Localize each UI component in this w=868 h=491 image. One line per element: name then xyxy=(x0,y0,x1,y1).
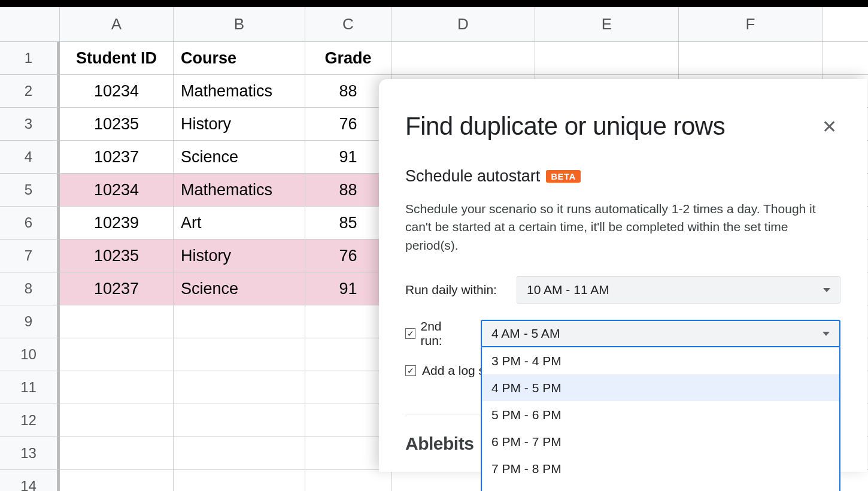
column-header-C[interactable]: C xyxy=(305,7,391,41)
cell-course[interactable]: Mathematics xyxy=(174,75,305,107)
dropdown-option[interactable]: 3 PM - 4 PM xyxy=(482,347,839,374)
row-header-9[interactable]: 9 xyxy=(0,305,60,338)
cell-empty[interactable] xyxy=(391,42,535,74)
row-header-11[interactable]: 11 xyxy=(0,371,60,404)
cell-student-id[interactable] xyxy=(60,371,174,404)
chevron-down-icon xyxy=(823,288,830,292)
row-header-12[interactable]: 12 xyxy=(0,404,60,437)
column-header-E[interactable]: E xyxy=(535,7,679,41)
cell-course[interactable]: History xyxy=(174,240,305,272)
second-run-checkbox[interactable]: ✓ xyxy=(405,328,415,339)
cell-student-id[interactable] xyxy=(60,470,174,491)
cell-course[interactable]: Science xyxy=(174,141,305,173)
second-run-dropdown: 3 PM - 4 PM4 PM - 5 PM5 PM - 6 PM6 PM - … xyxy=(481,347,840,491)
cell-course[interactable] xyxy=(174,470,305,491)
cell-student-id[interactable]: 10234 xyxy=(60,174,174,206)
chevron-down-icon xyxy=(823,332,830,336)
second-run-label: 2nd run: xyxy=(420,319,465,348)
cell-student-id[interactable] xyxy=(60,437,174,469)
column-header-B[interactable]: B xyxy=(174,7,305,41)
run-daily-value: 10 AM - 11 AM xyxy=(527,283,609,297)
cell-course[interactable] xyxy=(174,437,305,469)
panel-description: Schedule your scenario so it runs automa… xyxy=(405,200,840,254)
panel-subtitle: Schedule autostart xyxy=(405,167,540,186)
select-all-corner[interactable] xyxy=(0,7,60,41)
cell-grade[interactable] xyxy=(305,470,391,491)
row-header-6[interactable]: 6 xyxy=(0,207,60,239)
row-header-1[interactable]: 1 xyxy=(0,42,60,74)
cell-student-id[interactable]: 10237 xyxy=(60,272,174,305)
cell-course[interactable]: Art xyxy=(174,207,305,239)
cell-empty[interactable] xyxy=(535,42,679,74)
cell-course[interactable]: History xyxy=(174,108,305,140)
cell-student-id[interactable]: 10239 xyxy=(60,207,174,239)
cell-student-id[interactable] xyxy=(60,305,174,338)
ablebits-logo: Ablebits xyxy=(405,434,488,454)
cell-student-id[interactable]: 10235 xyxy=(60,108,174,140)
second-run-select[interactable]: 4 AM - 5 AM xyxy=(481,320,840,347)
cell-course[interactable] xyxy=(174,338,305,371)
window-top-bar xyxy=(0,0,868,7)
cell-student-id[interactable] xyxy=(60,404,174,437)
row-header-13[interactable]: 13 xyxy=(0,437,60,469)
cell-course[interactable] xyxy=(174,404,305,437)
table-header-row: 1 Student ID Course Grade xyxy=(0,42,868,75)
row-header-8[interactable]: 8 xyxy=(0,272,60,305)
cell-empty[interactable] xyxy=(679,42,823,74)
log-sheet-checkbox[interactable]: ✓ xyxy=(405,365,416,376)
row-header-5[interactable]: 5 xyxy=(0,174,60,206)
dropdown-option[interactable]: 7 PM - 8 PM xyxy=(482,455,839,482)
column-header-row: A B C D E F xyxy=(0,7,868,42)
second-run-value: 4 AM - 5 AM xyxy=(491,326,560,341)
column-header-D[interactable]: D xyxy=(391,7,535,41)
cell-student-id[interactable]: 10237 xyxy=(60,141,174,173)
cell-course[interactable] xyxy=(174,371,305,404)
panel-title: Find duplicate or unique rows xyxy=(405,112,725,141)
column-header-A[interactable]: A xyxy=(60,7,174,41)
dropdown-option[interactable]: 5 PM - 6 PM xyxy=(482,401,839,428)
row-header-4[interactable]: 4 xyxy=(0,141,60,173)
column-header-F[interactable]: F xyxy=(679,7,823,41)
row-header-2[interactable]: 2 xyxy=(0,75,60,107)
cell-student-id[interactable]: 10235 xyxy=(60,240,174,272)
header-grade[interactable]: Grade xyxy=(305,42,391,74)
run-daily-select[interactable]: 10 AM - 11 AM xyxy=(517,276,840,304)
dropdown-option[interactable]: 6 PM - 7 PM xyxy=(482,428,839,455)
row-header-7[interactable]: 7 xyxy=(0,240,60,272)
second-run-label-wrap: ✓ 2nd run: xyxy=(405,319,465,348)
dropdown-option[interactable]: 8 PM - 9 PM xyxy=(482,482,839,491)
run-daily-label: Run daily within: xyxy=(405,283,501,297)
row-header-10[interactable]: 10 xyxy=(0,338,60,371)
cell-course[interactable]: Mathematics xyxy=(174,174,305,206)
header-student-id[interactable]: Student ID xyxy=(60,42,174,74)
close-icon[interactable]: ✕ xyxy=(818,113,840,141)
beta-badge: BETA xyxy=(546,170,581,183)
dropdown-option[interactable]: 4 PM - 5 PM xyxy=(482,374,839,401)
row-header-3[interactable]: 3 xyxy=(0,108,60,140)
cell-course[interactable] xyxy=(174,305,305,338)
cell-student-id[interactable]: 10234 xyxy=(60,75,174,107)
cell-student-id[interactable] xyxy=(60,338,174,371)
row-header-14[interactable]: 14 xyxy=(0,470,60,491)
find-duplicates-panel: Find duplicate or unique rows ✕ Schedule… xyxy=(379,79,867,472)
cell-course[interactable]: Science xyxy=(174,272,305,305)
header-course[interactable]: Course xyxy=(174,42,305,74)
